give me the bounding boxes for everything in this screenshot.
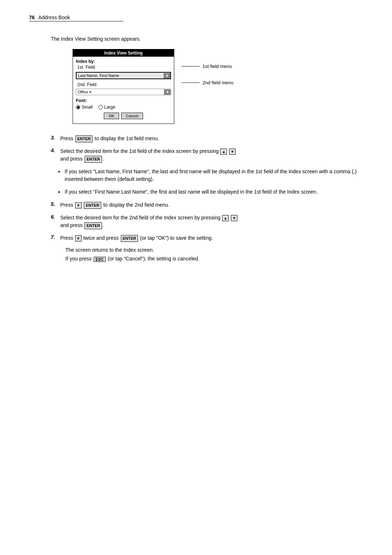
first-field-label: 1st. Field <box>76 65 171 70</box>
enter-key-3: ENTER <box>84 202 101 209</box>
intro-text: The Index View Setting screen appears. <box>51 36 363 42</box>
font-label: Font: <box>76 98 171 103</box>
page-number: 76 <box>29 15 35 20</box>
annotation-line-2 <box>181 82 200 83</box>
font-small-option[interactable]: Small <box>76 105 93 110</box>
if-press-esc: If you press ESC (or tap "Cancel"), the … <box>65 256 363 262</box>
font-small-label: Small <box>82 105 93 110</box>
step-4-content: Select the desired item for the 1st fiel… <box>60 147 236 163</box>
enter-key-4: ENTER <box>85 222 102 229</box>
font-large-label: Large <box>104 105 115 110</box>
cancel-button[interactable]: Cancel <box>121 113 143 119</box>
bullet-dot-1: • <box>58 168 62 176</box>
bullet-2: • If you select "First Name Last Name", … <box>58 188 363 196</box>
font-options: Small Large <box>76 105 171 110</box>
enter-key-2: ENTER <box>85 156 102 163</box>
bullet-2-content: If you select "First Name Last Name", th… <box>65 188 318 196</box>
step-5-number: 5. <box>51 201 58 207</box>
step-4-number: 4. <box>51 147 58 153</box>
first-field-dropdown-arrow[interactable]: ▼ <box>164 73 170 78</box>
bullet-1: • If you select "Last Name, First Name",… <box>58 168 363 183</box>
index-by-label: Index by: <box>76 59 171 64</box>
bullet-1-content: If you select "Last Name, First Name", t… <box>65 168 363 183</box>
second-field-annotation: 2nd field menu <box>181 80 233 85</box>
down-arrow-key-4: ▼ <box>75 235 82 242</box>
enter-key-1: ENTER <box>75 135 93 142</box>
annotation-line-1 <box>181 66 200 66</box>
step-5: 5. Press ▼ ENTER to display the 2nd fiel… <box>51 201 363 209</box>
second-field-dropdown-arrow[interactable]: ▼ <box>164 89 171 95</box>
dialog-title: Index View Setting <box>73 49 174 57</box>
font-large-radio[interactable] <box>98 105 103 109</box>
second-field-value: Office # <box>76 89 164 95</box>
screen-returns-text: The screen returns to the Index screen. <box>65 247 363 253</box>
page-header: 76 Address Book <box>29 15 123 21</box>
down-arrow-key-2: ▼ <box>75 202 82 208</box>
up-arrow-key-1: ▲ <box>220 149 227 155</box>
dialog-box: Index View Setting Index by: 1st. Field … <box>73 49 174 124</box>
ok-button[interactable]: OK <box>104 113 119 119</box>
first-field-dropdown[interactable]: Last Name, First Name ▼ <box>76 72 171 79</box>
step-6-content: Select the desired item for the 2nd fiel… <box>60 214 238 229</box>
step-6: 6. Select the desired item for the 2nd f… <box>51 214 363 229</box>
step-7-content: Press ▼ twice and press ENTER (or tap "O… <box>60 234 213 242</box>
enter-key-5: ENTER <box>121 235 138 242</box>
first-field-value: Last Name, First Name <box>77 73 164 78</box>
annotations: 1st field menu 2nd field menu <box>181 49 233 85</box>
step-3: 3. Press ENTER to display the 1st field … <box>51 135 363 142</box>
steps-section: 3. Press ENTER to display the 1st field … <box>51 135 363 262</box>
step-4: 4. Select the desired item for the 1st f… <box>51 147 363 163</box>
first-field-annotation-text: 1st field menu <box>203 64 232 69</box>
step-7-number: 7. <box>51 234 58 240</box>
second-field-annotation-text: 2nd field menu <box>203 80 233 85</box>
down-arrow-key-3: ▼ <box>231 215 237 221</box>
step-7: 7. Press ▼ twice and press ENTER (or tap… <box>51 234 363 242</box>
font-small-radio[interactable] <box>76 105 80 109</box>
second-field-label: 2nd. Field <box>76 82 171 87</box>
bullet-dot-2: • <box>58 188 62 196</box>
dialog-buttons: OK Cancel <box>76 113 171 121</box>
second-field-dropdown[interactable]: Office # ▼ <box>76 89 171 95</box>
dialog-body: Index by: 1st. Field Last Name, First Na… <box>73 57 174 123</box>
down-arrow-key-1: ▼ <box>229 149 236 155</box>
step-3-number: 3. <box>51 135 58 141</box>
first-field-annotation: 1st field menu <box>181 64 233 69</box>
esc-key: ESC <box>94 257 106 262</box>
step-6-number: 6. <box>51 214 58 220</box>
step-5-content: Press ▼ ENTER to display the 2nd field m… <box>60 201 170 209</box>
font-large-option[interactable]: Large <box>98 105 115 110</box>
step-3-content: Press ENTER to display the 1st field men… <box>60 135 159 142</box>
page-title: Address Book <box>38 15 70 20</box>
up-arrow-key-2: ▲ <box>222 215 229 221</box>
dialog-container: Index View Setting Index by: 1st. Field … <box>73 49 363 124</box>
